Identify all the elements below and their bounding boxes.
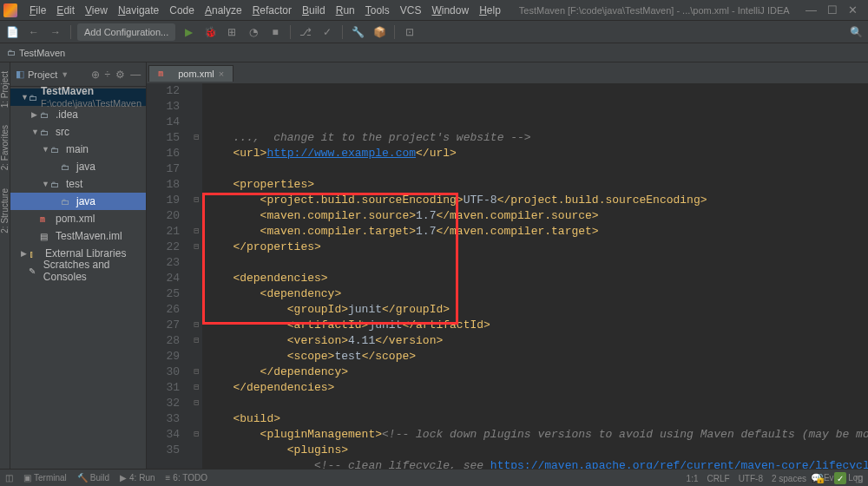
back-icon[interactable]: ← bbox=[25, 23, 43, 41]
tree-label: TestMaven F:\code\java\TestMaven bbox=[41, 87, 146, 109]
run-icon[interactable]: ▶ bbox=[180, 23, 197, 41]
tree-item[interactable]: ▤TestMaven.iml bbox=[10, 227, 146, 245]
menu-navigate[interactable]: Navigate bbox=[113, 4, 164, 16]
menu-window[interactable]: Window bbox=[426, 4, 474, 16]
file-icon: ▤ bbox=[40, 232, 52, 241]
coverage-icon[interactable]: ⊞ bbox=[223, 23, 240, 41]
code-line[interactable]: <!-- clean lifecycle, see https://maven.… bbox=[206, 458, 868, 469]
menu-code[interactable]: Code bbox=[164, 4, 200, 16]
tree-item[interactable]: ✎Scratches and Consoles bbox=[10, 262, 146, 279]
run-config-button[interactable]: Add Configuration... bbox=[77, 23, 175, 41]
update-icon[interactable]: ✓ bbox=[319, 23, 336, 41]
side-tab[interactable]: 2: Structure bbox=[0, 184, 10, 238]
forward-icon[interactable]: → bbox=[47, 23, 64, 41]
lock-icon[interactable]: 🔓 bbox=[815, 474, 825, 483]
menu-file[interactable]: File bbox=[24, 4, 51, 16]
menu-refactor[interactable]: Refactor bbox=[247, 4, 297, 16]
build-tab[interactable]: 🔨 Build bbox=[77, 473, 109, 483]
code-line[interactable]: <scope>test</scope> bbox=[206, 349, 868, 364]
close-icon[interactable]: ✕ bbox=[848, 3, 858, 16]
code-line[interactable]: </properties> bbox=[206, 240, 868, 255]
fold-column[interactable]: ⊟⊟⊟⊟⊟⊟⊟⊟⊟⊟ bbox=[190, 83, 202, 469]
code-line[interactable]: <maven.compiler.source>1.7</maven.compil… bbox=[206, 208, 868, 224]
code-line[interactable] bbox=[206, 396, 868, 411]
status-window-icon[interactable]: ◫ bbox=[5, 473, 13, 483]
arrow-icon[interactable]: ▼ bbox=[21, 93, 29, 102]
menu-view[interactable]: View bbox=[80, 4, 113, 16]
menu-build[interactable]: Build bbox=[297, 4, 331, 16]
stop-icon[interactable]: ■ bbox=[266, 23, 284, 41]
arrow-icon[interactable]: ▶ bbox=[21, 249, 30, 258]
menu-items: FileEditViewNavigateCodeAnalyzeRefactorB… bbox=[24, 4, 506, 16]
code-line[interactable] bbox=[206, 161, 868, 177]
code-area[interactable]: ..., change it to the project's website … bbox=[202, 83, 868, 469]
search-icon[interactable]: 🔍 bbox=[847, 23, 865, 41]
code-line[interactable]: <artifactId>junit</artifactId> bbox=[206, 318, 868, 333]
tree-item[interactable]: mpom.xml bbox=[10, 210, 146, 227]
inspections-icon[interactable]: ✓ bbox=[834, 472, 846, 484]
memory-icon[interactable]: ◫ bbox=[855, 474, 863, 483]
run-tab[interactable]: ▶ 4: Run bbox=[120, 473, 155, 483]
arrow-icon[interactable]: ▼ bbox=[31, 128, 40, 136]
collapse-icon[interactable]: ÷ bbox=[105, 69, 111, 81]
settings-icon[interactable]: ⊡ bbox=[401, 23, 418, 41]
code-line[interactable]: <plugins> bbox=[206, 443, 868, 458]
cursor-position[interactable]: 1:1 bbox=[687, 474, 699, 483]
code-line[interactable]: <url>http://www.example.com</url> bbox=[206, 146, 868, 161]
tree-item[interactable]: 🗀java bbox=[10, 158, 146, 175]
menu-help[interactable]: Help bbox=[474, 4, 506, 16]
code-line[interactable]: ..., change it to the project's website … bbox=[206, 130, 868, 146]
code-line[interactable]: <build> bbox=[206, 411, 868, 427]
minimize-icon[interactable]: — bbox=[806, 3, 817, 16]
editor-content[interactable]: 1213141516171819202122232425262728293031… bbox=[147, 83, 868, 469]
sdk-icon[interactable]: 📦 bbox=[371, 23, 388, 41]
side-tab[interactable]: 1: Project bbox=[0, 67, 10, 112]
wrench-icon[interactable]: 🔧 bbox=[349, 23, 366, 41]
code-line[interactable]: <dependencies> bbox=[206, 271, 868, 286]
tree-label: java bbox=[76, 195, 95, 207]
tree-item[interactable]: ▼🗀main bbox=[10, 141, 146, 158]
tab-pom-xml[interactable]: m pom.xml × bbox=[148, 65, 233, 82]
code-line[interactable]: <maven.compiler.target>1.7</maven.compil… bbox=[206, 224, 868, 240]
editor: m pom.xml × 1213141516171819202122232425… bbox=[147, 62, 868, 469]
todo-tab[interactable]: ≡ 6: TODO bbox=[166, 473, 208, 483]
code-line[interactable]: <dependency> bbox=[206, 286, 868, 302]
profile-icon[interactable]: ◔ bbox=[245, 23, 262, 41]
chevron-down-icon[interactable]: ▼ bbox=[61, 70, 69, 79]
tree-item[interactable]: ▼🗀TestMaven F:\code\java\TestMaven bbox=[10, 89, 146, 106]
menu-vcs[interactable]: VCS bbox=[395, 4, 427, 16]
terminal-tab[interactable]: ▣ Terminal bbox=[23, 473, 67, 483]
debug-icon[interactable]: 🐞 bbox=[201, 23, 219, 41]
code-line[interactable]: <groupId>junit</groupId> bbox=[206, 302, 868, 318]
arrow-icon[interactable]: ▼ bbox=[42, 145, 50, 154]
tree-item[interactable]: 🗀java bbox=[10, 193, 146, 210]
menu-edit[interactable]: Edit bbox=[51, 4, 80, 16]
project-tree[interactable]: ▼🗀TestMaven F:\code\java\TestMaven▶🗀.ide… bbox=[10, 87, 146, 469]
code-line[interactable]: <project.build.sourceEncoding>UTF-8</pro… bbox=[206, 193, 868, 208]
arrow-icon[interactable]: ▶ bbox=[31, 110, 40, 119]
code-line[interactable] bbox=[206, 255, 868, 271]
line-separator[interactable]: CRLF bbox=[707, 474, 730, 483]
tree-item[interactable]: ▼🗀test bbox=[10, 175, 146, 193]
side-tab[interactable]: 2: Favorites bbox=[0, 121, 10, 174]
indent-info[interactable]: 2 spaces bbox=[772, 474, 806, 483]
menu-tools[interactable]: Tools bbox=[360, 4, 395, 16]
menu-analyze[interactable]: Analyze bbox=[200, 4, 247, 16]
arrow-icon[interactable]: ▼ bbox=[42, 180, 50, 188]
hide-icon[interactable]: — bbox=[130, 69, 141, 81]
maximize-icon[interactable]: ☐ bbox=[827, 3, 838, 16]
target-icon[interactable]: ⊕ bbox=[91, 69, 100, 81]
code-line[interactable]: </dependency> bbox=[206, 364, 868, 380]
tree-item[interactable]: ▼🗀src bbox=[10, 123, 146, 141]
file-encoding[interactable]: UTF-8 bbox=[739, 474, 763, 483]
code-line[interactable]: </dependencies> bbox=[206, 380, 868, 396]
gear-icon[interactable]: ⚙ bbox=[115, 69, 125, 81]
close-tab-icon[interactable]: × bbox=[219, 69, 224, 79]
menu-run[interactable]: Run bbox=[331, 4, 360, 16]
git-icon[interactable]: ⎇ bbox=[297, 23, 314, 41]
code-line[interactable]: <properties> bbox=[206, 177, 868, 193]
code-line[interactable]: <version>4.11</version> bbox=[206, 333, 868, 349]
code-line[interactable]: <pluginManagement><!-- lock down plugins… bbox=[206, 427, 868, 443]
tree-label: pom.xml bbox=[56, 213, 95, 225]
open-file-icon[interactable]: 📄 bbox=[3, 23, 21, 41]
